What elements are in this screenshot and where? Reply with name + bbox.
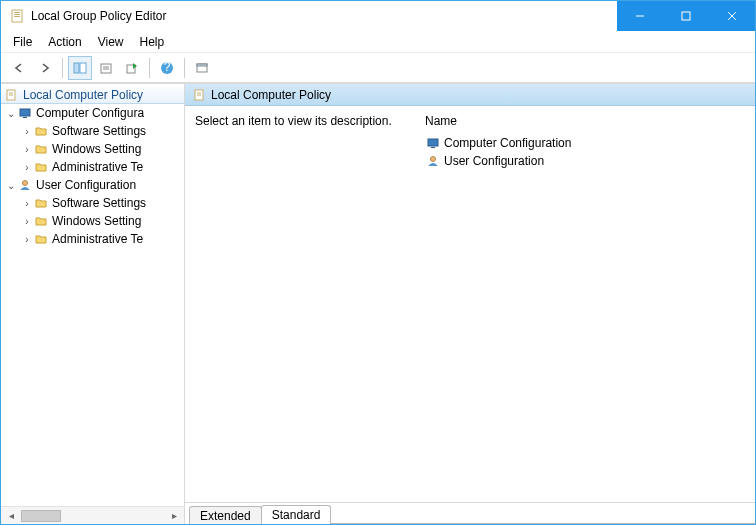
user-icon: [425, 153, 441, 169]
tree-node-user-admin[interactable]: › Administrative Te: [1, 230, 184, 248]
svg-text:?: ?: [164, 61, 171, 74]
svg-rect-1: [14, 12, 20, 13]
description-text: Select an item to view its description.: [195, 114, 425, 128]
scroll-thumb[interactable]: [21, 510, 61, 522]
tree-node-user[interactable]: ⌄ User Configuration: [1, 176, 184, 194]
folder-icon: [33, 141, 49, 157]
tab-strip-line: [330, 523, 755, 524]
help-icon: ?: [160, 61, 174, 75]
tab-standard[interactable]: Standard: [261, 505, 332, 525]
minimize-button[interactable]: [617, 1, 663, 31]
forward-button[interactable]: [33, 56, 57, 80]
computer-icon: [425, 135, 441, 151]
expand-icon[interactable]: ›: [21, 144, 33, 155]
console-tree-button[interactable]: [68, 56, 92, 80]
tree-root[interactable]: Local Computer Policy: [1, 86, 184, 104]
detail-title: Local Computer Policy: [211, 88, 331, 102]
svg-rect-2: [14, 14, 20, 15]
window-controls: [617, 1, 755, 31]
expand-icon[interactable]: ›: [21, 216, 33, 227]
tree-label: Software Settings: [52, 196, 146, 210]
svg-rect-22: [23, 117, 27, 118]
tree-label: Windows Setting: [52, 214, 141, 228]
folder-icon: [33, 123, 49, 139]
app-icon: [9, 8, 25, 24]
tree-label: Computer Configura: [36, 106, 144, 120]
close-button[interactable]: [709, 1, 755, 31]
properties-button[interactable]: [94, 56, 118, 80]
tree-node-user-software[interactable]: › Software Settings: [1, 194, 184, 212]
tree-label: Windows Setting: [52, 142, 141, 156]
list-item-user[interactable]: User Configuration: [425, 152, 745, 170]
expand-icon[interactable]: ›: [21, 234, 33, 245]
horizontal-scrollbar[interactable]: ◂ ▸: [1, 506, 184, 524]
list-item-label: Computer Configuration: [444, 136, 571, 150]
arrow-right-icon: [38, 61, 52, 75]
list-item-computer[interactable]: Computer Configuration: [425, 134, 745, 152]
menu-help[interactable]: Help: [132, 32, 173, 52]
tree-node-comp-windows[interactable]: › Windows Setting: [1, 140, 184, 158]
toolbar: ?: [1, 53, 755, 83]
svg-rect-21: [20, 109, 30, 116]
tree[interactable]: Local Computer Policy ⌄ Computer Configu…: [1, 84, 184, 506]
computer-icon: [17, 105, 33, 121]
collapse-icon[interactable]: ⌄: [5, 108, 17, 119]
scroll-left-icon[interactable]: ◂: [3, 509, 19, 523]
tree-node-computer[interactable]: ⌄ Computer Configura: [1, 104, 184, 122]
main-body: Local Computer Policy ⌄ Computer Configu…: [1, 83, 755, 524]
toolbar-separator: [184, 58, 185, 78]
maximize-button[interactable]: [663, 1, 709, 31]
folder-icon: [33, 231, 49, 247]
svg-rect-27: [428, 139, 438, 146]
expand-icon[interactable]: ›: [21, 198, 33, 209]
policy-icon: [3, 87, 19, 103]
back-button[interactable]: [7, 56, 31, 80]
tree-node-comp-admin[interactable]: › Administrative Te: [1, 158, 184, 176]
list-column: Name Computer Configuration User Configu…: [425, 114, 745, 494]
menu-file[interactable]: File: [5, 32, 40, 52]
tree-root-label: Local Computer Policy: [23, 88, 143, 102]
tree-node-user-windows[interactable]: › Windows Setting: [1, 212, 184, 230]
folder-icon: [33, 213, 49, 229]
tree-label: Software Settings: [52, 124, 146, 138]
column-header-name[interactable]: Name: [425, 114, 745, 128]
toolbar-separator: [62, 58, 63, 78]
detail-header: Local Computer Policy: [185, 84, 755, 106]
expand-icon[interactable]: ›: [21, 126, 33, 137]
arrow-left-icon: [12, 61, 26, 75]
detail-body: Select an item to view its description. …: [185, 106, 755, 502]
menu-bar: File Action View Help: [1, 31, 755, 53]
title-bar: Local Group Policy Editor: [1, 1, 755, 31]
tree-pane: Local Computer Policy ⌄ Computer Configu…: [1, 84, 185, 524]
menu-view[interactable]: View: [90, 32, 132, 52]
export-button[interactable]: [120, 56, 144, 80]
svg-rect-5: [682, 12, 690, 20]
tree-node-comp-software[interactable]: › Software Settings: [1, 122, 184, 140]
scroll-right-icon[interactable]: ▸: [166, 509, 182, 523]
folder-icon: [33, 195, 49, 211]
menu-action[interactable]: Action: [40, 32, 89, 52]
tab-extended[interactable]: Extended: [189, 506, 262, 525]
collapse-icon[interactable]: ⌄: [5, 180, 17, 191]
tree-label: User Configuration: [36, 178, 136, 192]
toolbar-separator: [149, 58, 150, 78]
view-tabs: Extended Standard: [185, 502, 755, 524]
window-title: Local Group Policy Editor: [31, 9, 166, 23]
svg-rect-8: [74, 63, 79, 73]
user-icon: [17, 177, 33, 193]
panel-icon: [195, 61, 209, 75]
list-item-label: User Configuration: [444, 154, 544, 168]
svg-point-23: [23, 181, 28, 186]
export-icon: [125, 61, 139, 75]
svg-point-29: [431, 157, 436, 162]
show-hide-button[interactable]: [190, 56, 214, 80]
expand-icon[interactable]: ›: [21, 162, 33, 173]
svg-rect-17: [197, 64, 207, 66]
help-button[interactable]: ?: [155, 56, 179, 80]
svg-rect-3: [14, 16, 20, 17]
tree-label: Administrative Te: [52, 160, 143, 174]
description-column: Select an item to view its description.: [195, 114, 425, 494]
detail-pane: Local Computer Policy Select an item to …: [185, 84, 755, 524]
folder-icon: [33, 159, 49, 175]
svg-rect-9: [80, 63, 86, 73]
